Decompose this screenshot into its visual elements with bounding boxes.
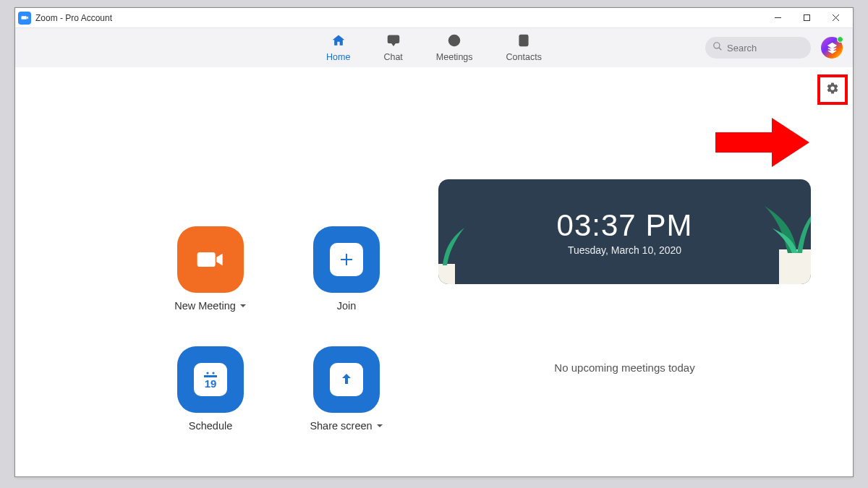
avatar[interactable] [821,37,843,59]
clock-card: 03:37 PM Tuesday, March 10, 2020 [438,179,811,284]
svg-point-11 [206,372,208,374]
clock-icon [446,33,462,51]
arrow-up-icon [330,363,363,396]
info-panel: 03:37 PM Tuesday, March 10, 2020 No upco… [438,179,811,421]
search-box[interactable] [705,37,811,59]
plant-decoration-icon [736,184,811,284]
svg-rect-1 [804,15,809,21]
share-tile-icon [313,346,380,413]
window-title: Zoom - Pro Account [35,13,112,23]
contacts-icon [516,33,532,51]
calendar-day: 19 [205,378,217,389]
clock-date: Tuesday, March 10, 2020 [568,244,681,256]
tab-chat[interactable]: Chat [383,33,402,62]
plant-decoration-icon [438,221,466,284]
tab-meetings[interactable]: Meetings [436,33,473,62]
chevron-down-icon[interactable] [239,300,247,312]
minimize-button[interactable] [763,8,792,28]
svg-rect-14 [438,264,455,284]
svg-line-9 [719,48,722,51]
calendar-icon: 19 [177,346,244,413]
nav-label: Meetings [436,52,473,62]
empty-state-text: No upcoming meetings today [554,361,694,374]
action-tiles: New Meeting Join 19 [153,226,404,432]
tile-label: Join [337,300,357,312]
video-icon [177,226,244,293]
app-window: Zoom - Pro Account Home Chat Meetings [14,7,854,477]
presence-indicator [837,36,843,43]
tile-label: Share screen [310,420,383,432]
svg-rect-13 [779,249,811,284]
close-button[interactable] [821,8,850,28]
chevron-down-icon[interactable] [376,420,383,432]
top-nav: Home Chat Meetings Contacts [15,28,853,67]
clock-time: 03:37 PM [557,208,693,243]
svg-rect-4 [388,35,399,43]
chat-icon [386,33,401,51]
tile-label: New Meeting [174,300,247,312]
join-button[interactable]: Join [289,226,404,312]
plus-icon [330,243,363,276]
nav-label: Contacts [506,52,542,62]
nav-label: Chat [383,52,402,62]
new-meeting-button[interactable]: New Meeting [153,226,268,312]
nav-label: Home [326,52,350,62]
settings-button[interactable] [822,80,843,100]
annotation-arrow [715,116,809,168]
upcoming-meetings: No upcoming meetings today [438,313,811,421]
schedule-button[interactable]: 19 Schedule [153,346,268,432]
tab-home[interactable]: Home [326,33,350,62]
tile-label: Schedule [189,420,232,432]
svg-point-12 [212,372,214,374]
window-controls [763,8,850,28]
plus-tile-icon [313,226,380,293]
share-screen-button[interactable]: Share screen [289,346,404,432]
gear-icon [826,82,839,98]
zoom-app-icon [18,12,31,25]
nav-tabs: Home Chat Meetings Contacts [326,33,542,62]
search-icon [712,41,723,54]
main-content: New Meeting Join 19 [15,67,853,476]
titlebar: Zoom - Pro Account [15,8,853,28]
maximize-button[interactable] [792,8,821,28]
home-icon [331,33,346,51]
tab-contacts[interactable]: Contacts [506,33,542,62]
svg-point-8 [714,43,720,48]
search-input[interactable] [727,43,799,53]
svg-point-7 [522,38,525,40]
